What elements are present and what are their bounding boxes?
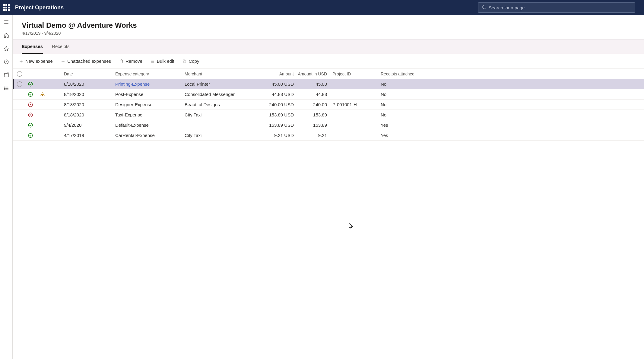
cell-project-id: P-001001-H <box>329 102 381 107</box>
status-ok-icon <box>28 92 33 97</box>
copy-icon <box>182 59 187 64</box>
svg-point-33 <box>28 123 33 127</box>
col-date[interactable]: Date <box>64 71 115 76</box>
page-header: Virtual Demo @ Adventure Works 4/17/2019… <box>13 15 644 39</box>
svg-point-24 <box>28 92 33 97</box>
expenses-grid: Date Expense category Merchant Amount Am… <box>13 69 644 141</box>
status-error-icon <box>28 102 33 107</box>
app-launcher-icon[interactable] <box>3 4 10 11</box>
tab-strip: Expenses Receipts <box>13 39 644 54</box>
cell-category: Default-Expense <box>115 122 185 128</box>
svg-point-0 <box>482 5 485 8</box>
menu-icon[interactable] <box>3 19 10 25</box>
tab-receipts[interactable]: Receipts <box>52 40 69 54</box>
cell-date: 8/18/2020 <box>64 102 115 107</box>
svg-point-14 <box>4 90 5 90</box>
col-category[interactable]: Expense category <box>115 71 185 76</box>
cell-receipts: Yes <box>381 133 423 138</box>
main-area: Virtual Demo @ Adventure Works 4/17/2019… <box>13 15 644 359</box>
cell-category[interactable]: Printing-Expense <box>115 81 185 87</box>
cell-merchant: City Taxi <box>185 112 263 117</box>
cell-amount-usd: 153.89 <box>296 112 329 117</box>
svg-rect-7 <box>4 73 8 77</box>
search-icon <box>481 5 486 11</box>
remove-label: Remove <box>125 59 142 64</box>
search-box[interactable] <box>478 2 635 13</box>
cell-receipts: Yes <box>381 122 423 128</box>
grid-header: Date Expense category Merchant Amount Am… <box>13 69 644 79</box>
table-row[interactable]: 8/18/2020Taxi-ExpenseCity Taxi153.89 USD… <box>13 110 644 120</box>
page-title: Virtual Demo @ Adventure Works <box>22 21 635 30</box>
new-expense-label: New expense <box>25 59 53 64</box>
row-checkbox[interactable] <box>17 81 22 87</box>
table-row[interactable]: 4/17/2019CarRental-ExpenseCity Taxi9.21 … <box>13 130 644 141</box>
copy-button[interactable]: Copy <box>181 57 200 65</box>
app-title: Project Operations <box>15 5 64 11</box>
remove-button[interactable]: Remove <box>118 57 143 65</box>
cell-receipts: No <box>381 102 423 107</box>
cell-category: CarRental-Expense <box>115 133 185 138</box>
cell-category: Designer-Expense <box>115 102 185 107</box>
cell-merchant: Local Printer <box>185 81 263 87</box>
plus-icon <box>19 59 24 64</box>
table-row[interactable]: 8/18/2020Post-ExpenseConsolidated Messen… <box>13 89 644 100</box>
toolbar: New expense Unattached expenses Remove B… <box>13 54 644 69</box>
cell-amount-usd: 240.00 <box>296 102 329 107</box>
cell-date: 8/18/2020 <box>64 92 115 97</box>
trash-icon <box>119 59 124 64</box>
cell-amount: 44.83 USD <box>263 92 296 97</box>
clock-icon[interactable] <box>3 59 10 65</box>
cell-merchant: Consolidated Messenger <box>185 92 263 97</box>
col-merchant[interactable]: Merchant <box>185 71 263 76</box>
table-row[interactable]: 8/18/2020Printing-ExpenseLocal Printer45… <box>13 79 644 89</box>
cell-amount: 153.89 USD <box>263 122 296 128</box>
svg-point-23 <box>28 82 33 86</box>
tab-expenses[interactable]: Expenses <box>22 40 43 54</box>
svg-point-13 <box>4 88 5 89</box>
bulk-edit-button[interactable]: Bulk edit <box>150 57 175 65</box>
svg-point-26 <box>42 95 43 95</box>
table-row[interactable]: 8/18/2020Designer-ExpenseBeautiful Desig… <box>13 100 644 110</box>
cell-merchant: City Taxi <box>185 133 263 138</box>
col-amount-usd[interactable]: Amount in USD <box>296 71 329 76</box>
svg-line-1 <box>485 8 486 9</box>
copy-label: Copy <box>189 59 199 64</box>
star-icon[interactable] <box>3 45 10 52</box>
list-icon[interactable] <box>3 85 10 92</box>
cell-date: 8/18/2020 <box>64 112 115 117</box>
cell-amount-usd: 45.00 <box>296 81 329 87</box>
cell-category: Post-Expense <box>115 92 185 97</box>
table-row[interactable]: 9/4/2020Default-Expense153.89 USD153.89Y… <box>13 120 644 130</box>
cell-date: 9/4/2020 <box>64 122 115 128</box>
plus-icon <box>61 59 65 64</box>
status-ok-icon <box>28 81 33 87</box>
search-input[interactable] <box>489 5 632 10</box>
svg-rect-22 <box>184 61 186 63</box>
left-nav <box>0 15 13 359</box>
module-icon[interactable] <box>3 72 10 78</box>
cell-amount: 9.21 USD <box>263 133 296 138</box>
cell-date: 8/18/2020 <box>64 81 115 87</box>
col-project-id[interactable]: Project ID <box>329 71 381 76</box>
new-expense-button[interactable]: New expense <box>18 57 53 65</box>
cell-receipts: No <box>381 81 423 87</box>
col-amount[interactable]: Amount <box>263 71 296 76</box>
svg-point-34 <box>28 133 33 138</box>
cell-amount-usd: 9.21 <box>296 133 329 138</box>
cell-category: Taxi-Expense <box>115 112 185 117</box>
cell-receipts: No <box>381 92 423 97</box>
home-icon[interactable] <box>3 32 10 39</box>
cell-amount: 153.89 USD <box>263 112 296 117</box>
bulk-edit-icon <box>150 59 155 64</box>
bulk-edit-label: Bulk edit <box>157 59 174 64</box>
status-ok-icon <box>28 122 33 128</box>
select-all-checkbox[interactable] <box>17 71 22 77</box>
cell-amount: 45.00 USD <box>263 81 296 87</box>
col-receipts[interactable]: Receipts attached <box>381 71 423 76</box>
unattached-label: Unattached expenses <box>67 59 111 64</box>
status-ok-icon <box>28 133 33 138</box>
cell-date: 4/17/2019 <box>64 133 115 138</box>
status-error-icon <box>28 112 33 118</box>
cell-amount-usd: 44.83 <box>296 92 329 97</box>
unattached-expenses-button[interactable]: Unattached expenses <box>60 57 112 65</box>
